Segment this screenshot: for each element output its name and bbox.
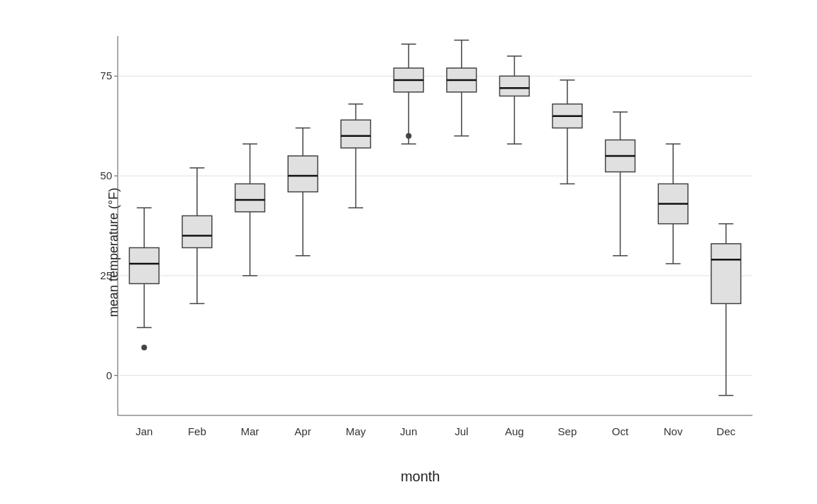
svg-rect-74 xyxy=(499,76,529,96)
svg-text:25: 25 xyxy=(100,269,112,281)
svg-rect-43 xyxy=(235,184,265,211)
svg-text:Feb: Feb xyxy=(188,425,206,437)
svg-text:May: May xyxy=(345,425,366,437)
svg-text:Nov: Nov xyxy=(664,425,683,437)
box-plot: 0255075JanFebMarAprMayJunJulAugSepOctNov… xyxy=(79,26,767,458)
svg-text:Oct: Oct xyxy=(612,425,629,437)
svg-text:Jun: Jun xyxy=(400,425,417,437)
svg-rect-55 xyxy=(341,120,371,147)
svg-point-32 xyxy=(141,345,147,350)
chart-container: mean temperature (°F) month 0255075JanFe… xyxy=(36,18,781,486)
svg-text:Sep: Sep xyxy=(558,425,577,437)
svg-text:Jul: Jul xyxy=(455,425,468,437)
svg-rect-49 xyxy=(288,155,318,191)
svg-text:Apr: Apr xyxy=(294,425,311,437)
svg-rect-30 xyxy=(129,247,159,284)
svg-text:Dec: Dec xyxy=(716,425,735,437)
svg-rect-37 xyxy=(182,215,212,247)
svg-text:75: 75 xyxy=(100,69,112,82)
x-axis-label: month xyxy=(401,469,440,485)
svg-text:0: 0 xyxy=(106,369,112,381)
svg-text:Jan: Jan xyxy=(135,425,152,437)
svg-rect-98 xyxy=(711,243,741,303)
svg-text:50: 50 xyxy=(100,169,112,181)
svg-point-63 xyxy=(406,133,411,138)
svg-text:Aug: Aug xyxy=(505,425,524,437)
svg-text:Mar: Mar xyxy=(241,425,260,437)
